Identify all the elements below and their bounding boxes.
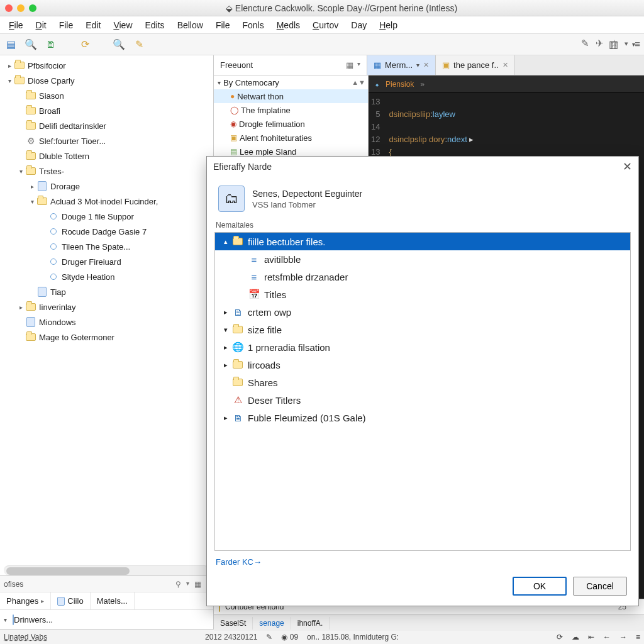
dialog-tree-row[interactable]: ≡avitilbble	[215, 250, 630, 268]
dialog-tree-row[interactable]: ▸🗎crtem owp	[215, 303, 630, 321]
outline-tab[interactable]: Freeuont ▦ ▾	[214, 55, 367, 75]
expand-icon[interactable]: ▸	[220, 361, 231, 369]
expand-icon[interactable]: ▾	[5, 77, 14, 84]
outline-item[interactable]: ▣Alent fnohiteturaties	[214, 131, 368, 145]
tree-row[interactable]: ▾Trstes-	[1, 164, 212, 179]
expand-icon[interactable]: ▸	[16, 304, 25, 311]
menu-item[interactable]: Bellow	[171, 18, 209, 33]
sec-tab[interactable]: senage	[253, 617, 291, 630]
expand-icon[interactable]: ▾	[220, 326, 231, 334]
wand-icon[interactable]: ✎	[132, 38, 146, 52]
dialog-tree-row[interactable]: ≡retsfmble drzanader	[215, 268, 630, 286]
tree-row[interactable]: Broafi	[1, 103, 212, 118]
cloud-icon[interactable]: ☁	[572, 633, 579, 641]
edit-icon[interactable]: ✎	[266, 633, 272, 641]
dialog-tree-row[interactable]: ⚠Deser Titlers	[215, 391, 630, 409]
close-window-icon[interactable]	[5, 4, 13, 12]
menu-item[interactable]: Medls	[270, 18, 306, 33]
dialog-tree-row[interactable]: 📅Titles	[215, 286, 630, 303]
dialog-tree-row[interactable]: ▾size fitle	[215, 321, 630, 338]
write-icon[interactable]: ✎	[581, 38, 589, 49]
expand-icon[interactable]: ▸	[220, 414, 231, 422]
expand-icon[interactable]: ▴	[220, 238, 231, 246]
menu-icon[interactable]: ≡	[636, 633, 640, 641]
menu-icon[interactable]: ≡	[635, 38, 640, 49]
tree-row[interactable]: Tiap	[1, 284, 212, 299]
chevron-down-icon[interactable]: ▾	[218, 79, 221, 86]
search-icon[interactable]: 🔍	[24, 38, 38, 52]
chevron-down-icon[interactable]: ▾	[186, 580, 189, 589]
cancel-button[interactable]: Cancel	[573, 577, 627, 596]
dialog-tree-row[interactable]: ▸🗎Fuble Fleumized (01S Gale)	[215, 409, 630, 426]
new-icon[interactable]: ▤	[4, 38, 18, 52]
outline-root[interactable]: ▾ By Cntemocary ▲▼	[214, 75, 368, 89]
menu-item[interactable]: Fonls	[236, 18, 270, 33]
chevron-down-icon[interactable]: ▾	[357, 60, 360, 70]
dialog-tree-row[interactable]: Shares	[215, 374, 630, 391]
menu-item[interactable]: Edits	[139, 18, 171, 33]
outline-item[interactable]: ●Netwart thon	[214, 89, 368, 103]
refresh-icon[interactable]: ⟳	[78, 38, 92, 52]
outline-item[interactable]: ◯The fmplatine	[214, 103, 368, 117]
lower-item-label[interactable]: Drinwers...	[14, 615, 53, 625]
menu-item[interactable]: Help	[373, 18, 404, 33]
lower-tab[interactable]: Phanges▸	[0, 592, 51, 609]
prev-icon[interactable]: ⇤	[588, 633, 594, 641]
close-icon[interactable]: ✕	[623, 160, 632, 174]
filter-icon[interactable]: ⚲	[175, 580, 181, 589]
menu-item[interactable]: View	[107, 18, 138, 33]
minimize-window-icon[interactable]	[17, 4, 25, 12]
dialog-tree-row[interactable]: ▴fiille bectuber files.	[215, 233, 630, 250]
tree-row[interactable]: Delifi dedtarinskler	[1, 118, 212, 133]
close-icon[interactable]: ✕	[423, 61, 429, 69]
sync-icon[interactable]: ⟳	[557, 633, 563, 641]
dialog-footer-link[interactable]: Farder KC→	[207, 551, 638, 567]
close-icon[interactable]: ✕	[502, 61, 508, 69]
dialog-tree-row[interactable]: ▸🌐1 prneradia filsation	[215, 338, 630, 356]
expand-icon[interactable]: ▸	[220, 308, 231, 316]
expand-icon[interactable]: ▾	[16, 168, 25, 175]
menu-item[interactable]: Curtov	[306, 18, 345, 33]
expand-icon[interactable]: ▸	[5, 62, 14, 69]
tree-row[interactable]: ▸Pfbsifocior	[1, 58, 212, 73]
pin-icon[interactable]: ✈	[596, 38, 604, 49]
tree-row[interactable]: Miondows	[1, 314, 212, 330]
expand-icon[interactable]: ▾	[4, 616, 13, 623]
ok-button[interactable]: OK	[513, 577, 567, 596]
tree-row[interactable]: Siason	[1, 88, 212, 103]
crumb-text[interactable]: Piensiok	[386, 80, 414, 89]
dialog-tree[interactable]: ▴fiille bectuber files.≡avitilbble≡retsf…	[214, 232, 631, 551]
tree-row[interactable]: ▸Drorage	[1, 179, 212, 194]
chevron-down-icon[interactable]: ▾	[625, 40, 628, 48]
menu-item[interactable]: File	[53, 18, 80, 33]
tree-row[interactable]: Dluble Tottern	[1, 148, 212, 164]
tree-row[interactable]: ▾Diose Cparly	[1, 73, 212, 88]
tree-row[interactable]: ▾Acluad 3 Mot·inodel Fucinder,	[1, 194, 212, 209]
tree-row[interactable]: Rocude Dadge Gasie 7	[1, 224, 212, 239]
expand-icon[interactable]: ▸	[28, 183, 36, 190]
lower-tab[interactable]: Matels...	[91, 592, 135, 609]
grid-icon[interactable]: ▦	[194, 580, 201, 589]
chevron-down-icon[interactable]: ▾	[416, 62, 419, 69]
maximize-window-icon[interactable]	[29, 4, 36, 12]
tree-row[interactable]: ⚙Slef:fourter Tioer...	[1, 133, 212, 148]
menu-item[interactable]: Dit	[30, 18, 53, 33]
sec-tab[interactable]: SaselSt	[214, 617, 253, 630]
editor-tab[interactable]: ▦Merm...▾✕	[367, 55, 436, 75]
find-icon[interactable]: 🔍	[112, 38, 126, 52]
expand-icon[interactable]: ▸	[220, 343, 231, 352]
save-icon[interactable]: 🗎	[44, 38, 58, 52]
outline-item[interactable]: ◉Drogle felimuation	[214, 117, 368, 131]
sec-tab[interactable]: ihnoffA.	[291, 617, 330, 630]
menu-item[interactable]: Edit	[79, 18, 107, 33]
menu-item[interactable]: File	[3, 18, 30, 33]
project-tree[interactable]: ▸Pfbsifocior▾Diose CparlySiasonBroafiDel…	[0, 55, 213, 563]
tree-row[interactable]: Tileen The Spate...	[1, 239, 212, 254]
tree-row[interactable]: Douge 1 file Suppor	[1, 209, 212, 224]
grid-icon[interactable]: ▦	[346, 60, 353, 70]
menu-item[interactable]: Day	[345, 18, 373, 33]
tree-row[interactable]: Mage to Gotermoner	[1, 330, 212, 345]
expand-icon[interactable]: ▾	[28, 198, 36, 205]
dialog-tree-row[interactable]: ▸lircoads	[215, 356, 630, 374]
tree-row[interactable]: ▸Iinverinlay	[1, 299, 212, 314]
